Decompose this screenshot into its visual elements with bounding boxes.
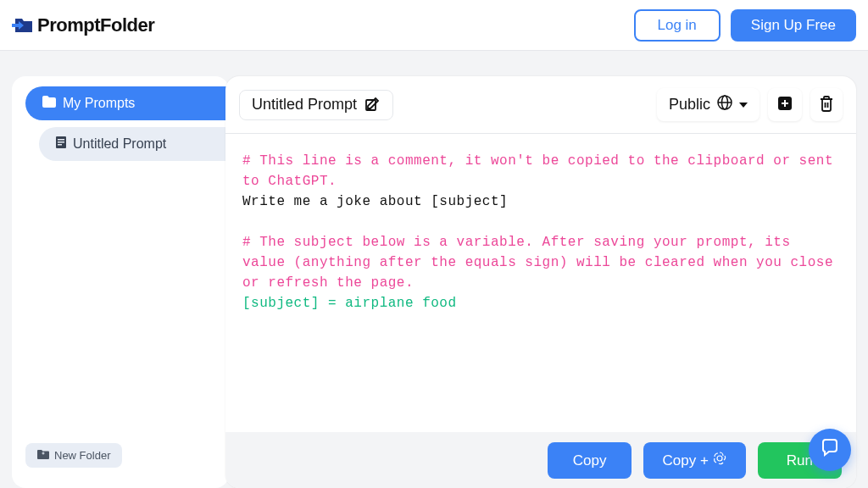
copy-plus-label: Copy + bbox=[662, 452, 708, 469]
svg-point-15 bbox=[717, 456, 722, 461]
content: Untitled Prompt Public bbox=[225, 76, 856, 488]
delete-button[interactable] bbox=[810, 88, 843, 121]
add-button[interactable] bbox=[768, 88, 802, 121]
bottom-bar: Copy Copy + Run bbox=[225, 432, 856, 488]
visibility-dropdown[interactable]: Public bbox=[657, 88, 760, 121]
sidebar: My Prompts Untitled Prompt New Folder bbox=[12, 76, 229, 488]
copy-chatgpt-button[interactable]: Copy + bbox=[643, 442, 745, 479]
header-buttons: Log in Sign Up Free bbox=[634, 9, 857, 42]
help-fab[interactable] bbox=[809, 429, 851, 471]
trash-icon bbox=[819, 95, 834, 114]
svg-rect-2 bbox=[58, 141, 64, 143]
content-header-right: Public bbox=[657, 88, 843, 121]
logo[interactable]: PromptFolder bbox=[12, 14, 154, 36]
editor-body-line: Write me a joke about [subject] bbox=[242, 194, 508, 209]
new-folder-button[interactable]: New Folder bbox=[25, 443, 122, 468]
svg-rect-3 bbox=[58, 144, 62, 146]
folder-arrow-icon bbox=[12, 17, 34, 34]
file-icon bbox=[56, 136, 66, 152]
copy-button[interactable]: Copy bbox=[548, 442, 632, 479]
sidebar-item-untitled-prompt[interactable]: Untitled Prompt bbox=[39, 127, 229, 161]
sidebar-folder-my-prompts[interactable]: My Prompts bbox=[25, 86, 229, 120]
sidebar-item-label: Untitled Prompt bbox=[73, 136, 166, 152]
login-button[interactable]: Log in bbox=[634, 9, 721, 42]
prompt-editor[interactable]: # This line is a comment, it won't be co… bbox=[225, 134, 856, 432]
chat-icon bbox=[820, 438, 840, 462]
header: PromptFolder Log in Sign Up Free bbox=[0, 0, 868, 51]
editor-comment-line: # This line is a comment, it won't be co… bbox=[242, 153, 842, 189]
new-folder-label: New Folder bbox=[54, 449, 110, 462]
visibility-label: Public bbox=[669, 96, 710, 114]
editor-variable-line: [subject] = airplane food bbox=[242, 296, 457, 311]
folder-icon bbox=[42, 96, 56, 111]
prompt-title-group[interactable]: Untitled Prompt bbox=[239, 90, 393, 120]
svg-rect-5 bbox=[43, 452, 44, 455]
globe-icon bbox=[717, 95, 732, 114]
edit-icon bbox=[365, 96, 381, 114]
chevron-down-icon bbox=[739, 103, 748, 108]
svg-rect-12 bbox=[782, 103, 788, 104]
prompt-title: Untitled Prompt bbox=[252, 96, 357, 114]
main: My Prompts Untitled Prompt New Folder Un… bbox=[0, 51, 868, 488]
folder-plus-icon bbox=[37, 449, 49, 462]
sidebar-tree: My Prompts Untitled Prompt bbox=[12, 86, 229, 443]
openai-icon bbox=[712, 451, 727, 470]
svg-rect-1 bbox=[58, 139, 64, 141]
editor-comment-line: # The subject below is a variable. After… bbox=[242, 235, 842, 291]
content-header: Untitled Prompt Public bbox=[225, 76, 856, 134]
plus-square-icon bbox=[776, 95, 793, 114]
signup-button[interactable]: Sign Up Free bbox=[731, 9, 856, 42]
brand-name: PromptFolder bbox=[37, 14, 154, 36]
sidebar-folder-label: My Prompts bbox=[63, 96, 135, 111]
